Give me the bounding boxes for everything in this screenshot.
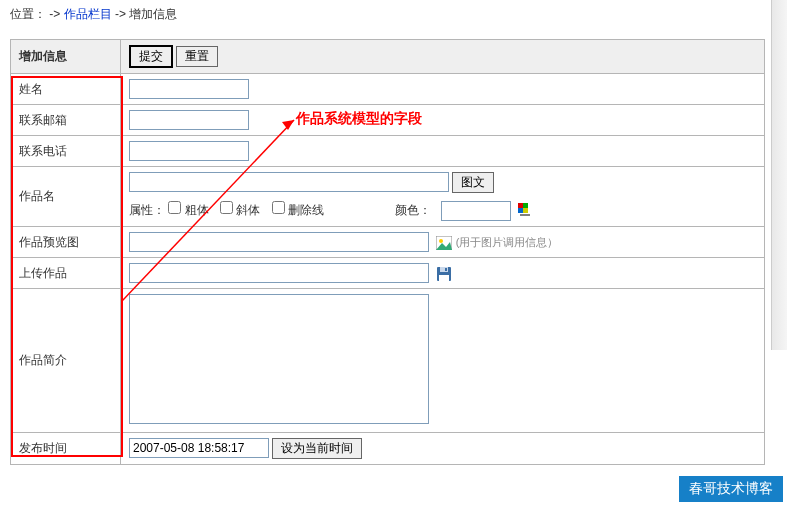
work-name-label: 作品名 xyxy=(11,167,121,227)
color-label: 颜色： xyxy=(395,203,431,217)
annotation-text: 作品系统模型的字段 xyxy=(296,110,422,128)
graphic-button[interactable]: 图文 xyxy=(452,172,494,193)
email-label: 联系邮箱 xyxy=(11,105,121,136)
color-picker-icon[interactable] xyxy=(518,203,534,219)
form-actions: 提交 重置 xyxy=(121,40,765,74)
preview-label: 作品预览图 xyxy=(11,227,121,258)
attr-label: 属性： xyxy=(129,203,165,217)
svg-rect-1 xyxy=(523,203,528,208)
name-label: 姓名 xyxy=(11,74,121,105)
strike-checkbox[interactable] xyxy=(272,201,285,214)
page-scrollbar[interactable] xyxy=(771,0,787,350)
name-input[interactable] xyxy=(129,79,249,99)
breadcrumb-current: 增加信息 xyxy=(129,7,177,21)
intro-label: 作品简介 xyxy=(11,289,121,433)
breadcrumb: 位置： -> 作品栏目 -> 增加信息 xyxy=(0,0,787,29)
italic-checkbox[interactable] xyxy=(220,201,233,214)
preview-input[interactable] xyxy=(129,232,429,252)
publish-time-input[interactable] xyxy=(129,438,269,458)
form-title: 增加信息 xyxy=(11,40,121,74)
svg-rect-2 xyxy=(518,208,523,213)
publish-label: 发布时间 xyxy=(11,433,121,465)
color-input[interactable] xyxy=(441,201,511,221)
form-table: 增加信息 提交 重置 姓名 联系邮箱 联系电话 作品名 图文 属性： 粗体 斜体 xyxy=(10,39,765,465)
save-disk-icon[interactable] xyxy=(436,266,452,282)
strike-label: 删除线 xyxy=(288,203,324,217)
breadcrumb-sep: -> xyxy=(115,7,129,21)
breadcrumb-sep: -> xyxy=(49,7,63,21)
svg-rect-8 xyxy=(439,275,449,281)
bold-label: 粗体 xyxy=(185,203,209,217)
work-name-input[interactable] xyxy=(129,172,449,192)
svg-rect-9 xyxy=(445,268,447,271)
italic-label: 斜体 xyxy=(236,203,260,217)
phone-input[interactable] xyxy=(129,141,249,161)
svg-point-5 xyxy=(439,239,443,243)
svg-rect-3 xyxy=(523,208,528,213)
upload-input[interactable] xyxy=(129,263,429,283)
breadcrumb-label: 位置： xyxy=(10,7,46,21)
submit-button[interactable]: 提交 xyxy=(129,45,173,68)
upload-label: 上传作品 xyxy=(11,258,121,289)
intro-textarea[interactable] xyxy=(129,294,429,424)
reset-button[interactable]: 重置 xyxy=(176,46,218,67)
bold-checkbox[interactable] xyxy=(168,201,181,214)
email-input[interactable] xyxy=(129,110,249,130)
watermark: 春哥技术博客 xyxy=(679,476,783,502)
breadcrumb-link-works[interactable]: 作品栏目 xyxy=(64,7,112,21)
image-icon[interactable] xyxy=(436,236,452,250)
preview-hint: (用于图片调用信息） xyxy=(456,236,559,248)
phone-label: 联系电话 xyxy=(11,136,121,167)
set-now-button[interactable]: 设为当前时间 xyxy=(272,438,362,459)
svg-rect-0 xyxy=(518,203,523,208)
